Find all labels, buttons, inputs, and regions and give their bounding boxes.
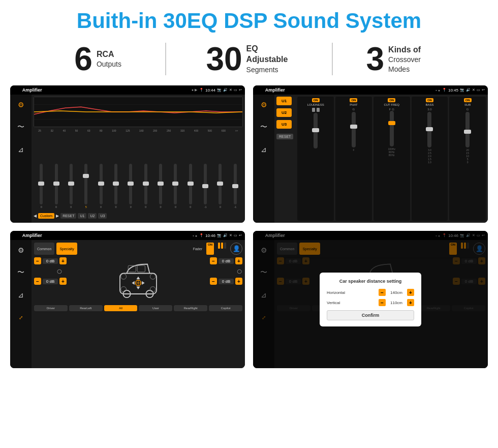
stat-label-crossover: Kinds of Crossover Modes [388,45,434,74]
all-btn[interactable]: All [104,305,138,311]
horizontal-label: Horizontal [327,290,379,295]
vol-minus-2[interactable]: − [34,278,41,285]
dsp-wave-icon[interactable]: 〜 [257,120,271,134]
horizontal-plus[interactable]: + [407,289,414,296]
driver-btn[interactable]: Driver [34,305,68,311]
cutfreq-on[interactable]: ON [388,98,395,102]
fader-statusbar-icons: 📍 10:46 📷 🔊 ✕ ▭ ↩ [199,233,242,238]
fader-right-controls: − 0 dB + ○ − 0 dB + [192,257,243,303]
vol-plus-4[interactable]: + [235,278,242,285]
eq-icon[interactable]: ⚙ [14,98,28,112]
slider-track[interactable] [100,164,103,204]
vol-plus-1[interactable]: + [59,257,67,264]
home-icon[interactable]: ⌂ [13,231,18,240]
fader-wave-icon[interactable]: 〜 [14,265,28,280]
custom-btn[interactable]: Custom [38,213,54,219]
dsp-loudness: ON LOUDNESS [297,97,334,221]
common-tab[interactable]: Common [34,243,54,255]
slider-track[interactable] [144,164,147,204]
vol-minus-3[interactable]: − [210,257,217,264]
svg-marker-17 [136,287,140,289]
confirm-button[interactable]: Confirm [327,310,414,320]
fader-vol-icon[interactable]: ⊿ [14,288,28,302]
dsp-reset-btn[interactable]: RESET [276,134,293,139]
svg-marker-16 [136,277,140,279]
dsp-bass: ON BASS 3.0 3.02.52.01.51.0 [412,97,448,221]
prev-arrow[interactable]: ◀ [34,214,37,218]
eq-slider-col: 0 [139,164,152,208]
play-arrow[interactable]: ▶ [56,214,59,218]
slider-track[interactable] [70,164,73,204]
fader-expand-icon[interactable]: ⤢ [14,310,28,324]
fader-on-badge[interactable]: ON [206,243,214,255]
fader-screen: ⌂ Amplifier ▪ ● 📍 10:46 📷 🔊 ✕ ▭ ↩ ⚙ 〜 ⊿ … [10,231,245,368]
slider-track[interactable] [189,164,192,204]
u1-btn[interactable]: U1 [276,97,292,105]
loudness-slider[interactable] [314,113,318,148]
vol-minus-4[interactable]: − [210,278,217,285]
vol-minus-1[interactable]: − [34,257,41,264]
eq-slider-col: 5 [79,164,92,208]
slider-track[interactable] [204,164,207,204]
slider-track[interactable] [84,164,87,204]
dsp-phat: ON PHAT G F [335,97,372,221]
specialty-tab[interactable]: Specialty [56,243,77,255]
slider-track[interactable] [174,164,177,204]
u3-btn[interactable]: U3 [276,120,292,129]
vertical-plus[interactable]: + [407,299,414,306]
car-diagram [88,257,189,303]
u2-btn[interactable]: U2 [88,213,97,219]
fader-eq-icon[interactable]: ⚙ [14,243,28,257]
phat-label: PHAT [350,103,358,106]
phat-on[interactable]: ON [350,98,357,102]
volume-icon[interactable]: ⊿ [14,142,28,157]
wave-icon[interactable]: 〜 [14,120,28,134]
vol-plus-2[interactable]: + [59,278,67,285]
sub-slider[interactable] [465,112,470,147]
slider-track[interactable] [159,164,162,204]
eq-slider-col: 0 [213,164,227,208]
dialog-vertical-row: Vertical − 110cm + [327,299,414,306]
u2-btn[interactable]: U2 [276,108,292,117]
fader-label: Fader [193,247,202,251]
stat-rca: 6 RCA Outputs [30,43,165,75]
slider-track[interactable] [40,164,43,204]
dialog-overlay: Car speaker distance setting Horizontal … [253,231,488,368]
cutfreq-slider[interactable] [390,111,394,146]
bass-on[interactable]: ON [426,98,433,102]
eq-screen: ⌂ Amplifier ● ▶ 📍 10:44 📷 🔊 ✕ ▭ ↩ ⚙ 〜 ⊿ [10,85,245,223]
slider-track[interactable] [219,164,222,204]
page-header: Buith-in 30EQ DSP Sound System [0,0,498,38]
reset-btn[interactable]: RESET [60,213,76,219]
dsp-controls: ON LOUDNESS ON PHAT G [297,97,486,221]
dsp-sub: ON SUB G 20151050 [449,97,486,221]
vol-val-1: 0 dB [43,258,58,264]
slider-track[interactable] [129,164,132,204]
user-btn[interactable]: User [139,305,172,311]
loudness-on[interactable]: ON [312,98,320,102]
dsp-vol-icon[interactable]: ⊿ [257,142,271,157]
slider-track[interactable] [234,164,237,204]
bass-slider[interactable] [427,112,431,147]
sub-on[interactable]: ON [464,98,472,102]
horizontal-minus[interactable]: − [379,289,386,296]
slider-track[interactable] [55,164,58,204]
dsp-eq-icon[interactable]: ⚙ [257,98,271,112]
home-icon[interactable]: ⌂ [13,85,18,95]
vol-plus-3[interactable]: + [235,257,242,264]
horizontal-ctrl: − 140cm + [379,289,414,296]
phat-slider[interactable] [352,112,356,147]
vol-ctrl-4: − 0 dB + [210,278,242,285]
dsp-screen-inner: ⚙ 〜 ⊿ U1 U2 U3 RESET ON LOUDNESS [253,95,488,223]
slider-track[interactable] [114,164,117,204]
eq-slider-col: 0 [184,164,197,208]
stat-eq: 30 EQ Adjustable Segments [165,43,332,75]
rearleft-btn[interactable]: RearLeft [69,305,103,311]
rearright-btn[interactable]: RearRight [174,305,207,311]
vertical-minus[interactable]: − [379,299,386,306]
u3-btn[interactable]: U3 [98,213,107,219]
copilot-btn[interactable]: Copilot [209,305,242,311]
u1-btn[interactable]: U1 [78,213,86,219]
dsp-screen: ⌂ Amplifier ▪ ● 📍 10:45 📷 🔊 ✕ ▭ ↩ ⚙ 〜 ⊿ … [253,85,488,223]
home-icon[interactable]: ⌂ [256,85,261,95]
